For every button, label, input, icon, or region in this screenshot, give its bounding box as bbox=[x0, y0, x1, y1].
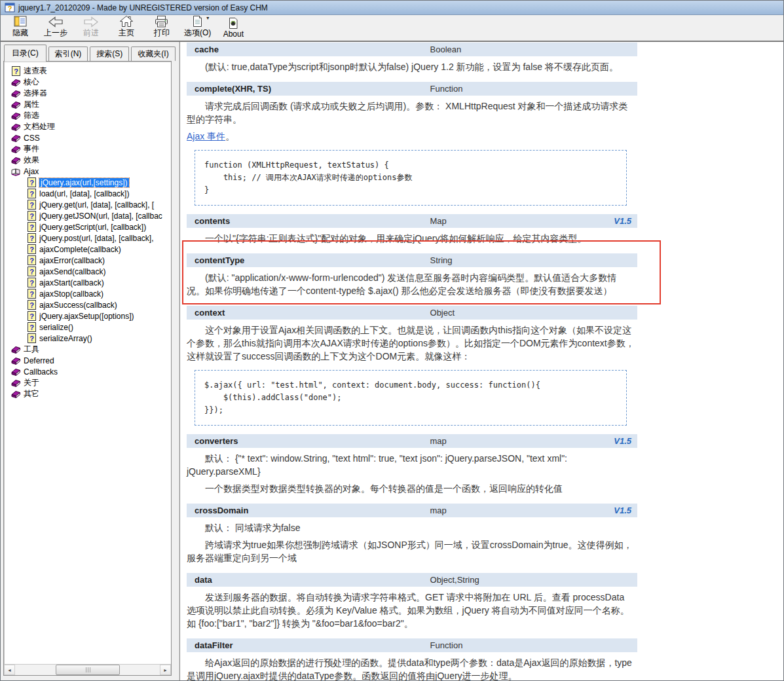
scrollbar-track[interactable] bbox=[15, 665, 160, 675]
sidebar-tab-3[interactable]: 收藏夹(I) bbox=[131, 46, 175, 61]
toolbar-button-about[interactable]: About bbox=[217, 16, 249, 39]
tree-item-label: Deferred bbox=[24, 356, 54, 365]
toolbar-button-forward[interactable]: 前进 bbox=[75, 14, 107, 39]
help-page-icon: ? bbox=[10, 66, 21, 76]
tree-item[interactable]: 效果 bbox=[5, 155, 170, 166]
tree-item-label: 选择器 bbox=[24, 88, 47, 99]
tree-item[interactable]: Callbacks bbox=[5, 366, 170, 377]
tree-item[interactable]: ?jQuery.getJSON(url, [data], [callbac bbox=[5, 210, 170, 221]
tree-item[interactable]: 核心 bbox=[5, 77, 170, 88]
section-dataFilter: dataFilterFunction给Ajax返回的原始数据的进行预处理的函数。… bbox=[187, 638, 783, 680]
tab-strip: 目录(C)索引(N)搜索(S)收藏夹(I) bbox=[1, 42, 174, 61]
toolbar-button-print[interactable]: 打印 bbox=[146, 14, 177, 39]
tree-item[interactable]: ?load(url, [data], [callback]) bbox=[5, 188, 170, 199]
tree-item[interactable]: ?jQuery.ajax(url,[settings]) bbox=[5, 177, 170, 188]
book-closed-icon bbox=[10, 390, 21, 399]
section-cache: cacheBoolean(默认: true,dataType为script和js… bbox=[187, 43, 783, 73]
tree-item[interactable]: ?serializeArray() bbox=[5, 333, 170, 344]
tree-item-label: ajaxError(callback) bbox=[39, 256, 105, 265]
ajax-events-link[interactable]: Ajax 事件 bbox=[187, 131, 225, 141]
tree-item[interactable]: Ajax bbox=[5, 166, 170, 177]
tree-item[interactable]: ?ajaxStart(callback) bbox=[5, 277, 170, 288]
tree-item[interactable]: ?速查表 bbox=[5, 65, 170, 77]
tree-item[interactable]: 属性 bbox=[5, 99, 170, 110]
pane-splitter[interactable] bbox=[174, 42, 179, 680]
toolbar-button-back[interactable]: 上一步 bbox=[40, 14, 71, 39]
tree-item[interactable]: 工具 bbox=[5, 344, 170, 355]
window-title: jquery1.7_20120209 - Made by UNREGISTERE… bbox=[18, 3, 268, 12]
svg-text:?: ? bbox=[29, 301, 34, 309]
tree-item-label: 核心 bbox=[24, 77, 39, 88]
help-page-icon: ? bbox=[26, 255, 37, 265]
section-paragraph: 发送到服务器的数据。将自动转换为请求字符串格式。GET 请求中将附加在 URL … bbox=[187, 591, 635, 630]
tree-item-label: 属性 bbox=[24, 99, 39, 110]
help-page-icon: ? bbox=[26, 200, 37, 210]
scroll-right-button[interactable]: ► bbox=[160, 665, 171, 675]
svg-text:?: ? bbox=[29, 223, 34, 231]
toolbar-button-label: 上一步 bbox=[44, 28, 67, 39]
section-version: V1.5 bbox=[614, 506, 637, 515]
toolbar-button-hide[interactable]: 隐藏 bbox=[5, 14, 36, 39]
toolbar-button-home[interactable]: 主页 bbox=[111, 14, 142, 39]
tree-item[interactable]: ?jQuery.ajaxSetup([options]) bbox=[5, 310, 170, 322]
section-contents: contentsMapV1.5一个以"{字符串:正则表达式}"配对的对象，用来确… bbox=[187, 214, 783, 245]
book-closed-icon bbox=[10, 345, 21, 354]
tree-item[interactable]: 筛选 bbox=[5, 110, 170, 121]
tree-item-label: 事件 bbox=[24, 143, 39, 155]
tree-item[interactable]: CSS bbox=[5, 132, 170, 143]
tree-item[interactable]: 事件 bbox=[5, 143, 170, 155]
toolbar-button-options[interactable]: ▾选项(O) bbox=[181, 14, 214, 39]
tree-item[interactable]: ?jQuery.post(url, [data], [callback], bbox=[5, 232, 170, 244]
tree-item[interactable]: 选择器 bbox=[5, 88, 170, 99]
dropdown-caret-icon: ▾ bbox=[206, 15, 209, 21]
sidebar-tab-0[interactable]: 目录(C) bbox=[4, 45, 47, 62]
section-paragraph: 一个数据类型对数据类型转换器的对象。每个转换器的值是一个函数，返回响应的转化值 bbox=[187, 482, 635, 495]
tree-item-label: serialize() bbox=[39, 323, 73, 332]
scrollbar-thumb[interactable] bbox=[56, 665, 120, 675]
tree-item[interactable]: ?serialize() bbox=[5, 322, 170, 333]
section-type: String bbox=[430, 255, 637, 265]
tree-item[interactable]: 文档处理 bbox=[5, 121, 170, 132]
print-icon bbox=[154, 14, 170, 28]
tree-item[interactable]: ?jQuery.getScript(url, [callback]) bbox=[5, 221, 170, 232]
code-text: function (XMLHttpRequest, textStatus) { … bbox=[204, 159, 617, 196]
tree-item[interactable]: Deferred bbox=[5, 355, 170, 366]
tree-item-label: 其它 bbox=[24, 388, 39, 399]
section-contentType: contentTypeString(默认: "application/x-www… bbox=[187, 253, 783, 297]
title-bar[interactable]: ? jquery1.7_20120209 - Made by UNREGISTE… bbox=[1, 1, 783, 15]
section-name: crossDomain bbox=[187, 506, 430, 515]
tree-item-label: jQuery.ajax(url,[settings]) bbox=[39, 178, 129, 187]
section-header-data: dataObject,String bbox=[187, 573, 637, 587]
toolbar-button-label: 打印 bbox=[154, 28, 170, 39]
tree-item[interactable]: ?ajaxComplete(callback) bbox=[5, 244, 170, 255]
tree-item[interactable]: ?ajaxSend(callback) bbox=[5, 266, 170, 277]
help-page-icon: ? bbox=[26, 322, 37, 332]
tree-item[interactable]: 关于 bbox=[5, 377, 170, 388]
tree-item-label: jQuery.get(url, [data], [callback], [ bbox=[39, 200, 154, 210]
svg-text:?: ? bbox=[29, 279, 34, 287]
tree-item[interactable]: 其它 bbox=[5, 388, 170, 399]
section-name: cache bbox=[187, 45, 430, 54]
scroll-left-button[interactable]: ◄ bbox=[4, 665, 15, 675]
sidebar-tab-1[interactable]: 索引(N) bbox=[48, 46, 88, 61]
toolbar-button-label: 隐藏 bbox=[12, 28, 28, 39]
section-type: Object bbox=[430, 308, 637, 318]
thumb-grip-icon bbox=[88, 667, 88, 672]
sidebar-tab-2[interactable]: 搜索(S) bbox=[90, 46, 129, 61]
tree-item[interactable]: ?ajaxStop(callback) bbox=[5, 288, 170, 299]
horizontal-scrollbar[interactable]: ◄ ► bbox=[4, 664, 171, 675]
help-page-icon: ? bbox=[26, 222, 37, 232]
section-type: Function bbox=[430, 84, 637, 94]
book-open-icon bbox=[10, 167, 21, 176]
section-version: V1.5 bbox=[614, 436, 637, 446]
section-type: Object,String bbox=[430, 575, 637, 585]
book-closed-icon bbox=[10, 100, 21, 109]
svg-text:?: ? bbox=[29, 179, 34, 187]
tree-item[interactable]: ?ajaxSuccess(callback) bbox=[5, 299, 170, 310]
tree-item[interactable]: ?ajaxError(callback) bbox=[5, 255, 170, 266]
svg-text:?: ? bbox=[29, 234, 34, 242]
tree-item[interactable]: ?jQuery.get(url, [data], [callback], [ bbox=[5, 199, 170, 210]
section-type: Function bbox=[430, 640, 637, 650]
content-pane: cacheBoolean(默认: true,dataType为script和js… bbox=[179, 42, 783, 680]
section-name: converters bbox=[187, 436, 430, 446]
